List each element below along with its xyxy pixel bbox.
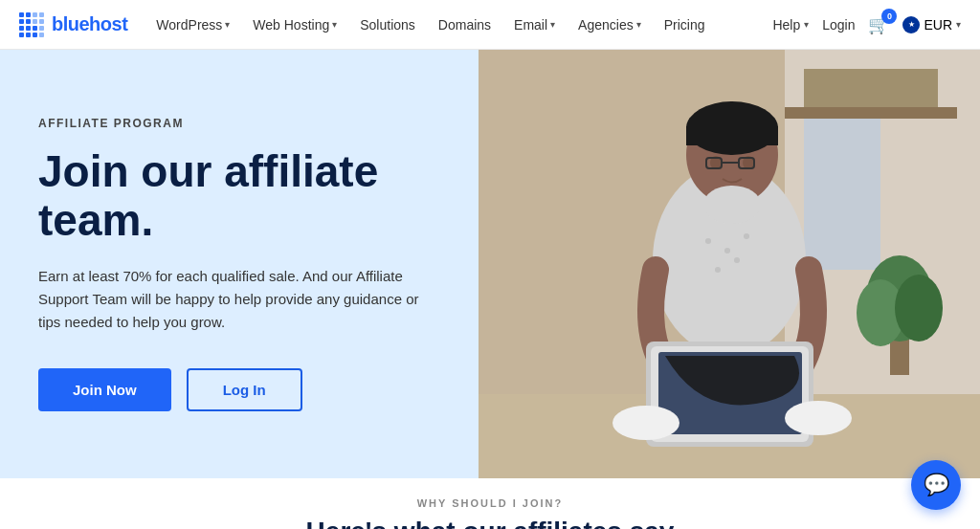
chevron-down-icon: ▾ — [550, 19, 555, 30]
svg-point-9 — [744, 233, 749, 239]
svg-point-20 — [703, 186, 761, 224]
chevron-down-icon: ▾ — [636, 19, 641, 30]
svg-point-10 — [715, 267, 721, 273]
hero-description: Earn at least 70% for each qualified sal… — [38, 265, 440, 334]
hero-left-panel: AFFILIATE PROGRAM Join our affiliate tea… — [0, 50, 479, 478]
lower-section: WHY SHOULD I JOIN? Here's what our affil… — [0, 478, 980, 529]
svg-rect-14 — [686, 126, 778, 145]
nav-domains[interactable]: Domains — [429, 11, 501, 38]
hero-section: AFFILIATE PROGRAM Join our affiliate tea… — [0, 50, 980, 478]
hero-image — [479, 50, 980, 478]
svg-point-24 — [612, 406, 679, 440]
chevron-down-icon: ▾ — [956, 19, 961, 30]
currency-selector[interactable]: ★ EUR ▾ — [902, 16, 961, 33]
chevron-down-icon: ▾ — [225, 19, 230, 30]
logo-text: bluehost — [52, 13, 127, 35]
svg-point-7 — [705, 238, 711, 244]
logo-grid-icon — [19, 12, 44, 37]
help-menu[interactable]: Help ▾ — [772, 17, 809, 33]
flag-icon: ★ — [902, 16, 920, 33]
svg-point-29 — [895, 275, 943, 342]
hero-buttons: Join Now Log In — [38, 368, 440, 411]
login-button[interactable]: Login — [822, 17, 855, 33]
nav-wordpress[interactable]: WordPress ▾ — [146, 11, 239, 38]
svg-rect-4 — [804, 69, 938, 107]
nav-right: Help ▾ Login 🛒 0 ★ EUR ▾ — [772, 14, 961, 35]
hero-tag: AFFILIATE PROGRAM — [38, 117, 440, 130]
svg-point-25 — [785, 401, 852, 435]
cart-badge: 0 — [881, 9, 897, 24]
svg-point-8 — [724, 248, 730, 253]
hero-title: Join our affiliate team. — [38, 147, 440, 244]
join-now-button[interactable]: Join Now — [38, 368, 171, 411]
hero-person-illustration — [479, 50, 980, 478]
why-tag: WHY SHOULD I JOIN? — [417, 497, 564, 509]
chat-button[interactable]: 💬 — [911, 460, 961, 510]
log-in-button[interactable]: Log In — [187, 368, 302, 411]
nav-email[interactable]: Email ▾ — [504, 11, 565, 38]
svg-point-11 — [734, 257, 740, 263]
nav-agencies[interactable]: Agencies ▾ — [568, 11, 651, 38]
nav-pricing[interactable]: Pricing — [655, 11, 715, 38]
logo[interactable]: bluehost — [19, 12, 127, 37]
nav-web-hosting[interactable]: Web Hosting ▾ — [243, 11, 346, 38]
lower-title: Here's what our affiliates say — [306, 517, 675, 529]
navbar: bluehost WordPress ▾ Web Hosting ▾ Solut… — [0, 0, 980, 50]
chevron-down-icon: ▾ — [804, 19, 809, 30]
chevron-down-icon: ▾ — [332, 19, 337, 30]
svg-rect-3 — [785, 107, 957, 119]
nav-links: WordPress ▾ Web Hosting ▾ Solutions Doma… — [146, 11, 772, 38]
chat-icon: 💬 — [924, 473, 949, 497]
nav-solutions[interactable]: Solutions — [350, 11, 425, 38]
cart-button[interactable]: 🛒 0 — [868, 14, 889, 35]
